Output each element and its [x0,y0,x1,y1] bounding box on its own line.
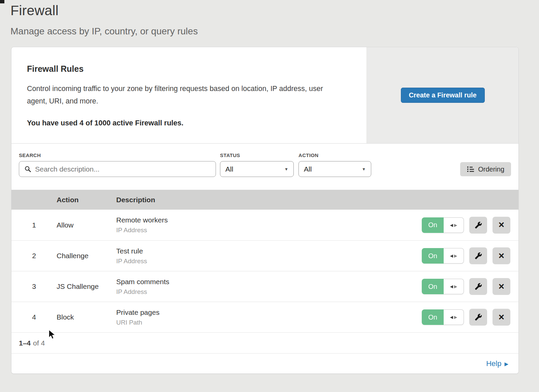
triangle-right-icon: ▶ [454,315,457,320]
rule-action: Block [57,313,116,321]
rule-priority: 4 [11,313,57,321]
triangle-left-icon: ◀ [450,315,453,320]
delete-rule-button[interactable]: ✕ [493,217,510,234]
card-footer: Help ▶ [11,353,518,373]
action-selected-value: All [304,165,312,173]
firewall-page: Firewall Manage access by IP, country, o… [0,0,539,374]
wrench-icon [475,252,482,260]
rule-match-type: IP Address [116,288,420,296]
rule-controls: On ◀▶ ✕ [420,247,518,264]
rule-match-type: IP Address [116,258,420,265]
wrench-icon [475,283,482,290]
status-label: STATUS [220,152,294,158]
page-header: Firewall Manage access by IP, country, o… [0,0,539,37]
rule-enabled-toggle[interactable]: On ◀▶ [422,248,464,264]
delete-rule-button[interactable]: ✕ [493,309,510,326]
rule-description: Private pages [116,308,420,316]
delete-rule-button[interactable]: ✕ [493,247,510,264]
overview-description: Control incoming traffic to your zone by… [27,83,343,108]
pagination-total: of 4 [33,339,45,347]
pagination-row: 1–4 of 4 [11,332,518,353]
triangle-left-icon: ◀ [450,253,453,258]
rule-match-type: URI Path [116,319,420,326]
action-filter-group: ACTION All ▼ [298,152,371,177]
rule-description: Remote workers [116,216,420,224]
toggle-on-label: On [422,248,444,264]
triangle-left-icon: ◀ [450,223,453,228]
search-label: SEARCH [19,152,216,158]
rules-table-header: Action Description [11,190,518,210]
chevron-down-icon: ▼ [284,167,288,172]
column-action: Action [57,196,116,204]
toggle-on-label: On [422,279,444,294]
wrench-icon [475,313,482,321]
ordered-list-icon [467,166,474,173]
edit-rule-button[interactable] [469,247,487,264]
page-subtitle: Manage access by IP, country, or query r… [10,26,539,37]
firewall-rules-overview: Firewall Rules Control incoming traffic … [11,47,518,144]
firewall-rules-card: Firewall Rules Control incoming traffic … [11,47,519,374]
edit-rule-button[interactable] [469,278,487,295]
firewall-rule-row: 2 Challenge Test rule IP Address On ◀▶ ✕ [11,240,518,271]
search-icon [24,165,31,173]
firewall-rule-row: 4 Block Private pages URI Path On ◀▶ ✕ [11,302,518,332]
toggle-handle[interactable]: ◀▶ [444,248,464,264]
toggle-on-label: On [422,217,444,233]
ordering-button-label: Ordering [478,165,504,173]
status-selected-value: All [225,165,233,173]
action-label: ACTION [298,152,371,158]
rule-description-cell: Spam comments IP Address [116,278,420,296]
triangle-right-icon: ▶ [454,253,457,258]
edit-rule-button[interactable] [469,217,487,234]
rule-description: Spam comments [116,278,420,286]
column-description: Description [116,196,420,204]
toggle-on-label: On [422,309,444,325]
overview-heading: Firewall Rules [27,64,343,74]
rule-priority: 2 [11,252,57,260]
toggle-handle[interactable]: ◀▶ [444,217,464,233]
triangle-right-icon: ▶ [454,284,457,289]
search-input[interactable] [31,161,216,177]
triangle-right-icon: ▶ [454,223,457,228]
rule-priority: 3 [11,282,57,291]
search-input-wrapper [19,161,216,177]
rules-table-body: 1 Allow Remote workers IP Address On ◀▶ … [11,210,518,332]
rule-controls: On ◀▶ ✕ [420,217,518,234]
filter-bar: SEARCH STATUS All ▼ ACTION [11,144,518,190]
close-icon: ✕ [498,221,505,229]
search-filter-group: SEARCH [19,152,216,177]
status-filter-group: STATUS All ▼ [220,152,294,177]
wrench-icon [475,221,482,229]
triangle-left-icon: ◀ [450,284,453,289]
rule-description-cell: Test rule IP Address [116,247,420,265]
pagination-range: 1–4 [19,339,31,347]
usage-note: You have used 4 of 1000 active Firewall … [27,119,343,127]
firewall-rule-row: 1 Allow Remote workers IP Address On ◀▶ … [11,210,518,240]
help-link[interactable]: Help ▶ [486,359,508,368]
rule-description-cell: Private pages URI Path [116,308,420,326]
create-rule-panel: Create a Firewall rule [367,47,518,143]
rule-action: Challenge [57,252,116,260]
rule-enabled-toggle[interactable]: On ◀▶ [422,309,464,325]
firewall-rule-row: 3 JS Challenge Spam comments IP Address … [11,271,518,302]
toggle-handle[interactable]: ◀▶ [444,279,464,294]
rule-match-type: IP Address [116,227,420,234]
ordering-button[interactable]: Ordering [460,162,511,176]
rule-priority: 1 [11,221,57,229]
close-icon: ✕ [498,313,505,321]
status-select[interactable]: All ▼ [220,161,294,177]
rule-enabled-toggle[interactable]: On ◀▶ [422,279,464,294]
create-firewall-rule-button[interactable]: Create a Firewall rule [401,88,485,103]
edit-rule-button[interactable] [469,309,487,326]
delete-rule-button[interactable]: ✕ [493,278,510,295]
chevron-down-icon: ▼ [362,167,366,172]
overview-text-panel: Firewall Rules Control incoming traffic … [11,47,367,143]
close-icon: ✕ [498,283,505,291]
toggle-handle[interactable]: ◀▶ [444,309,464,325]
page-title: Firewall [10,3,539,19]
triangle-right-icon: ▶ [504,361,508,367]
window-corner-artifact [0,0,4,3]
rule-description: Test rule [116,247,420,255]
action-select[interactable]: All ▼ [298,161,371,177]
rule-enabled-toggle[interactable]: On ◀▶ [422,217,464,233]
